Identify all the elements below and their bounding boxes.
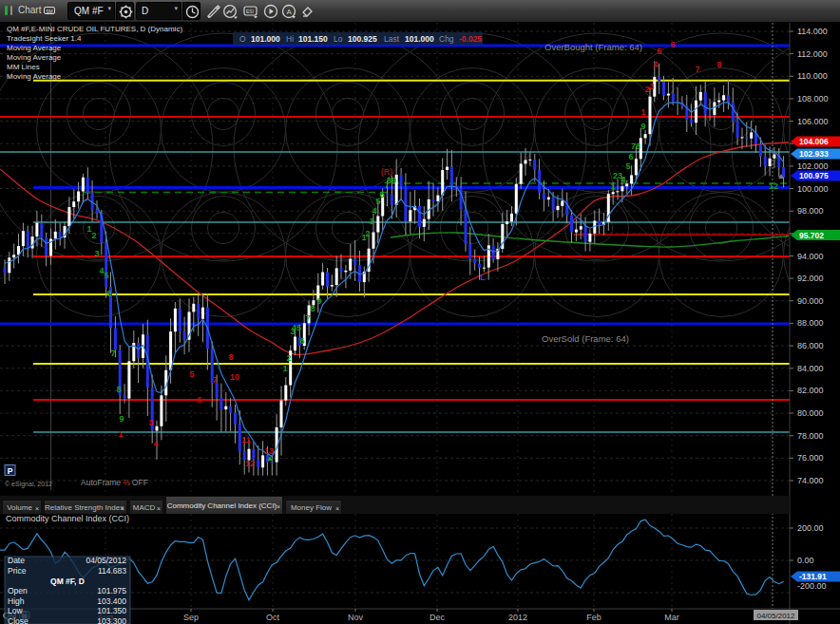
svg-text:Price: Price	[8, 566, 27, 576]
svg-text:A: A	[287, 8, 293, 16]
svg-text:103.400: 103.400	[97, 596, 126, 606]
svg-text:Open: Open	[8, 586, 28, 596]
svg-text:Low: Low	[8, 606, 23, 615]
svg-text:Close: Close	[8, 616, 29, 624]
svg-text:101.350: 101.350	[97, 606, 126, 615]
svg-text:High: High	[8, 596, 25, 606]
svg-text:103.300: 103.300	[97, 616, 126, 624]
svg-text:QM #F, D: QM #F, D	[50, 577, 85, 586]
svg-text:101.975: 101.975	[97, 586, 126, 596]
svg-text:Date: Date	[8, 556, 25, 565]
svg-text:04/05/2012: 04/05/2012	[86, 556, 126, 565]
svg-text:114.683: 114.683	[98, 566, 126, 576]
svg-text:ESI: ESI	[246, 9, 254, 14]
